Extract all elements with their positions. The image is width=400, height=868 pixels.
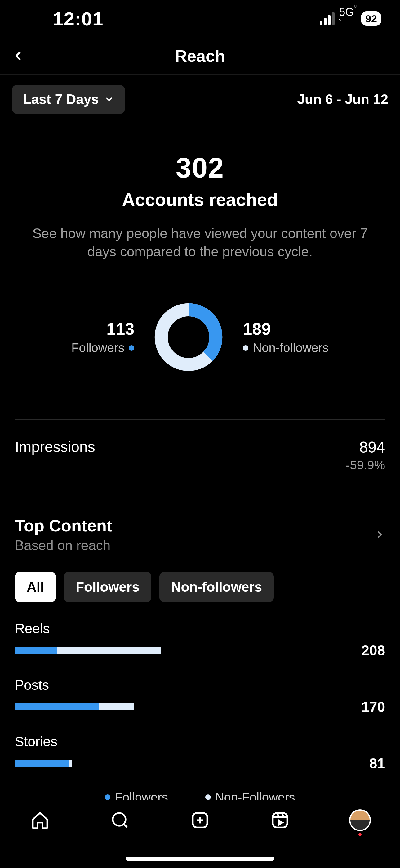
svg-line-3	[124, 824, 127, 827]
top-content-title: Top Content	[15, 516, 112, 535]
bar-non-followers	[57, 647, 161, 654]
impressions-block: Impressions 894 -59.9%	[15, 420, 385, 491]
status-time: 12:01	[53, 8, 104, 30]
reels-icon	[270, 811, 290, 830]
network-type: 5Gᵁᶜ	[339, 6, 357, 32]
impressions-delta: -59.9%	[346, 458, 385, 472]
chevron-down-icon	[104, 95, 114, 104]
tab-non-followers[interactable]: Non-followers	[159, 572, 274, 602]
followers-stat: 113 Followers	[71, 319, 134, 355]
back-button[interactable]	[11, 49, 25, 63]
content-item-stories: Stories 81	[15, 734, 385, 772]
impressions-value: 894	[346, 438, 385, 456]
content-value: 170	[361, 699, 385, 715]
network-label: 5G	[339, 6, 354, 18]
chevron-left-icon	[11, 49, 25, 63]
status-bar: 12:01 5Gᵁᶜ 92	[0, 0, 400, 37]
accounts-reached-label: Accounts reached	[15, 189, 385, 210]
content-label: Reels	[15, 621, 385, 637]
bar-non-followers	[69, 760, 72, 767]
date-range-text: Jun 6 - Jun 12	[297, 92, 388, 107]
top-content-subtitle: Based on reach	[15, 538, 112, 553]
content-item-posts: Posts 170	[15, 677, 385, 715]
content-bar	[15, 760, 72, 767]
non-followers-value: 189	[243, 319, 271, 338]
donut-chart-icon	[153, 302, 224, 373]
date-range-label: Last 7 Days	[23, 92, 99, 107]
date-range-selector[interactable]: Last 7 Days	[12, 85, 125, 114]
notification-dot-icon	[359, 833, 362, 836]
search-icon	[110, 811, 130, 830]
non-followers-label: Non-followers	[243, 341, 329, 355]
nav-home[interactable]	[29, 809, 51, 831]
impressions-label: Impressions	[15, 438, 95, 456]
bar-followers	[15, 760, 69, 767]
non-followers-dot-icon	[243, 345, 248, 351]
svg-rect-7	[273, 813, 288, 828]
followers-value: 113	[106, 319, 134, 338]
dot-icon	[105, 795, 110, 800]
accounts-reached-description: See how many people have viewed your con…	[15, 224, 385, 261]
nav-profile[interactable]	[349, 809, 371, 831]
avatar-icon	[349, 809, 371, 831]
followers-label: Followers	[71, 341, 134, 355]
bar-followers	[15, 647, 57, 654]
page-title: Reach	[175, 46, 225, 65]
filter-row: Last 7 Days Jun 6 - Jun 12	[0, 74, 400, 124]
followers-dot-icon	[129, 345, 134, 351]
content-value: 208	[361, 642, 385, 659]
chevron-right-icon	[374, 529, 385, 540]
nav-reels[interactable]	[269, 809, 291, 831]
content-label: Posts	[15, 677, 385, 693]
tab-all[interactable]: All	[15, 572, 56, 602]
status-right: 5Gᵁᶜ 92	[320, 6, 381, 32]
dot-icon	[205, 795, 211, 800]
content-filter-tabs: All Followers Non-followers	[15, 572, 385, 602]
top-content-header[interactable]: Top Content Based on reach	[15, 516, 385, 553]
plus-square-icon	[190, 811, 210, 830]
svg-point-2	[113, 813, 126, 826]
battery-level: 92	[361, 11, 381, 26]
nav-header: Reach	[0, 37, 400, 74]
accounts-reached-count: 302	[15, 152, 385, 184]
content-bar	[15, 647, 161, 654]
top-content-list: Reels 208 Posts 170 Stories 81	[15, 621, 385, 772]
content-label: Stories	[15, 734, 385, 749]
content-bar	[15, 704, 134, 710]
content-value: 81	[369, 755, 385, 772]
reach-breakdown-chart: 113 Followers 189 Non-followers	[0, 302, 400, 373]
home-icon	[30, 811, 49, 830]
nav-create[interactable]	[189, 809, 211, 831]
tab-followers[interactable]: Followers	[64, 572, 151, 602]
home-indicator	[126, 857, 274, 861]
bar-non-followers	[99, 704, 134, 710]
cellular-signal-icon	[320, 12, 335, 25]
accounts-reached-summary: 302 Accounts reached See how many people…	[0, 124, 400, 261]
bar-followers	[15, 704, 99, 710]
content-item-reels: Reels 208	[15, 621, 385, 659]
nav-search[interactable]	[109, 809, 131, 831]
non-followers-stat: 189 Non-followers	[243, 319, 329, 355]
